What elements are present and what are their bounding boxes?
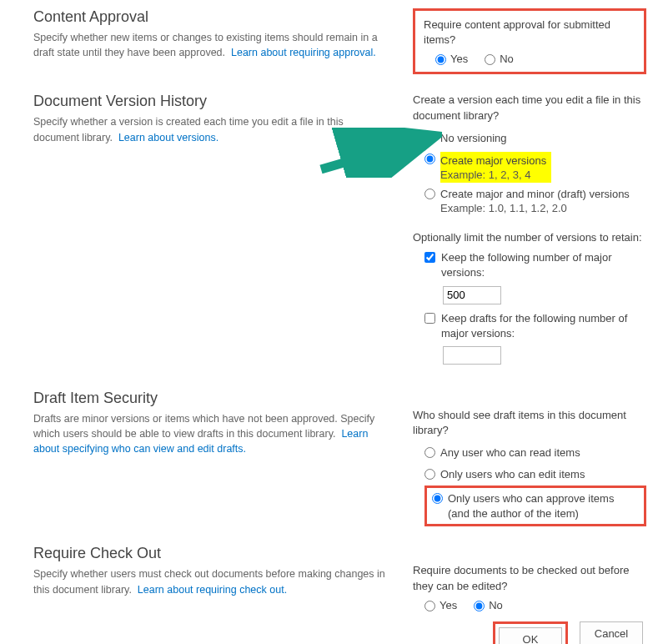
keep-draft-input[interactable]	[443, 346, 501, 365]
section-draft-security: Draft Item Security Drafts are minor ver…	[33, 390, 646, 527]
version-history-question: Create a version each time you edit a fi…	[413, 93, 646, 123]
version-history-desc: Specify whether a version is created eac…	[33, 114, 388, 144]
keep-major-label: Keep the following number of major versi…	[441, 250, 646, 280]
keep-major-input[interactable]	[443, 286, 501, 304]
draft-approve-radio[interactable]	[432, 493, 443, 504]
content-approval-highlight-box: Require content approval for submitted i…	[413, 8, 646, 74]
check-out-desc: Specify whether users must check out doc…	[33, 566, 388, 596]
content-approval-no-radio[interactable]	[485, 54, 495, 65]
section-check-out: Require Check Out Specify whether users …	[33, 545, 646, 611]
draft-approve-option[interactable]: Only users who can approve items (and th…	[432, 491, 639, 521]
versioning-major-highlight: Create major versions Example: 1, 2, 3, …	[440, 152, 551, 183]
check-out-question: Require documents to be checked out befo…	[413, 563, 646, 593]
draft-approve-highlight-box: Only users who can approve items (and th…	[424, 486, 646, 526]
section-content-approval: Content Approval Specify whether new ite…	[33, 8, 646, 74]
versioning-majorminor-option[interactable]: Create major and minor (draft) versions …	[424, 184, 646, 219]
checkout-no-radio[interactable]	[474, 601, 485, 611]
version-history-title: Document Version History	[33, 93, 388, 110]
versioning-major-option[interactable]: Create major versions Example: 1, 2, 3, …	[424, 149, 646, 183]
checkout-yes-radio[interactable]	[424, 601, 435, 611]
keep-draft-checkbox[interactable]	[424, 313, 435, 324]
ok-button[interactable]: OK	[499, 627, 562, 644]
keep-major-row: Keep the following number of major versi…	[424, 250, 646, 280]
draft-security-title: Draft Item Security	[33, 390, 388, 407]
version-limit-label: Optionally limit the number of versions …	[413, 230, 646, 245]
ok-highlight-box: OK	[493, 621, 568, 644]
section-version-history: Document Version History Specify whether…	[33, 93, 646, 371]
keep-draft-label: Keep drafts for the following number of …	[441, 311, 646, 341]
draft-any-radio[interactable]	[424, 447, 435, 458]
draft-any-option[interactable]: Any user who can read items	[424, 443, 646, 463]
draft-security-desc: Drafts are minor versions or items which…	[33, 411, 388, 456]
check-out-title: Require Check Out	[33, 545, 388, 562]
content-approval-desc: Specify whether new items or changes to …	[33, 30, 388, 60]
keep-draft-row: Keep drafts for the following number of …	[424, 311, 646, 341]
versioning-major-radio[interactable]	[424, 153, 435, 164]
learn-versions-link[interactable]: Learn about versions.	[118, 132, 218, 143]
content-approval-no-option[interactable]: No	[485, 53, 514, 65]
checkout-yes-option[interactable]: Yes	[424, 599, 457, 611]
draft-edit-radio[interactable]	[424, 469, 435, 480]
versioning-majorminor-radio[interactable]	[424, 189, 435, 199]
draft-security-question: Who should see draft items in this docum…	[413, 408, 646, 438]
learn-approval-link[interactable]: Learn about requiring approval.	[231, 47, 376, 58]
versioning-major-wrapper: Create major versions Example: 1, 2, 3, …	[424, 149, 646, 183]
draft-edit-option[interactable]: Only users who can edit items	[424, 465, 646, 485]
versioning-none-radio[interactable]	[424, 133, 435, 143]
content-approval-yes-option[interactable]: Yes	[435, 53, 468, 65]
content-approval-question: Require content approval for submitted i…	[424, 18, 635, 48]
content-approval-yes-radio[interactable]	[435, 54, 446, 65]
content-approval-title: Content Approval	[33, 8, 388, 26]
versioning-none-option[interactable]: No versioning	[424, 128, 646, 148]
learn-checkout-link[interactable]: Learn about requiring check out.	[138, 584, 287, 596]
checkout-no-option[interactable]: No	[474, 599, 503, 611]
keep-major-checkbox[interactable]	[424, 252, 435, 263]
cancel-button[interactable]: Cancel	[580, 621, 643, 644]
button-row: OK Cancel	[33, 621, 643, 644]
